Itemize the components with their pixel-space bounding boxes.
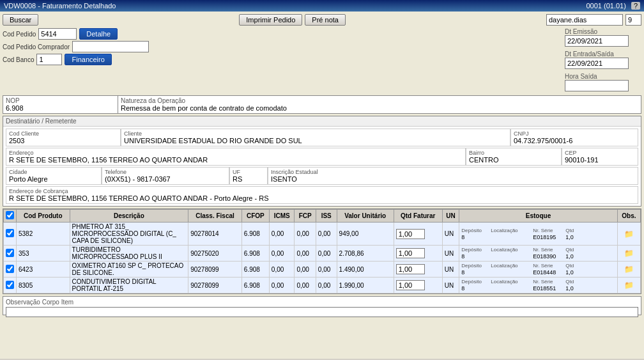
dest-row-2: Endereço R SETE DE SETEMBRO, 1156 TERREO…	[6, 148, 638, 166]
dt-entrada-saida-group: Dt Entrada/Saída	[565, 51, 641, 69]
cell-valor-unitario: 2.708,86	[337, 246, 394, 262]
top-left-panel: Cod Pedido Detalhe Cod Pedido Comprador …	[3, 28, 562, 93]
inscricao-value: ISENTO	[271, 175, 635, 183]
dest-row-3: Cidade Porto Alegre Telefone (0XX51) - 9…	[6, 167, 638, 185]
inscricao-label: Inscrição Estadual	[271, 169, 635, 175]
imprimir-button[interactable]: Imprimir Pedido	[239, 14, 302, 26]
cep-cell: CEP 90010-191	[562, 148, 638, 166]
pre-nota-button[interactable]: Pré nota	[305, 14, 346, 26]
row-checkbox[interactable]	[6, 229, 14, 237]
app-title: VDW0008 - Faturamento Detalhado	[4, 2, 116, 10]
dt-emissao-input[interactable]	[565, 35, 629, 47]
cell-un: UN	[442, 278, 459, 293]
row-checkbox-cell[interactable]	[4, 262, 17, 278]
user-number[interactable]	[625, 14, 641, 26]
obs-folder-icon[interactable]: 📁	[624, 281, 634, 290]
cidade-value: Porto Alegre	[9, 175, 98, 183]
cod-pedido-row: Cod Pedido Detalhe	[3, 28, 562, 40]
hora-saida-input[interactable]	[565, 80, 629, 91]
telefone-value: (0XX51) - 9817-0367	[105, 175, 226, 183]
cell-un: UN	[442, 246, 459, 262]
th-qtd-faturar: Qtd Faturar	[394, 210, 442, 223]
financeiro-button[interactable]: Financeiro	[65, 54, 111, 65]
row-checkbox-cell[interactable]	[4, 246, 17, 262]
th-valor-unitario: Valor Unitário	[337, 210, 394, 223]
cell-icms: 0,00	[269, 278, 295, 293]
cell-qtd-faturar[interactable]	[394, 262, 442, 278]
telefone-label: Telefone	[105, 169, 226, 175]
obs-folder-icon[interactable]: 📁	[624, 265, 634, 274]
detalhe-button[interactable]: Detalhe	[79, 28, 118, 40]
user-field[interactable]	[546, 14, 623, 26]
obs-folder-icon[interactable]: 📁	[624, 230, 634, 239]
th-fcp: FCP	[295, 210, 316, 223]
cell-cfop: 6.908	[241, 246, 269, 262]
title-bar: VDW0008 - Faturamento Detalhado 0001 (01…	[0, 0, 644, 12]
dest-row-4: Endereço de Cobrança R SETE DE SETEMBRO,…	[6, 186, 638, 204]
cell-iss: 0,00	[316, 223, 337, 246]
cell-class-fiscal: 90278099	[188, 262, 242, 278]
th-descricao: Descrição	[70, 210, 188, 223]
select-all-checkbox[interactable]	[6, 211, 14, 219]
cell-cod-produto: 8305	[17, 278, 70, 293]
cell-qtd-faturar[interactable]	[394, 278, 442, 293]
endereco-value: R SETE DE SETEMBRO, 1156 TERREO AO QUART…	[9, 156, 463, 164]
cell-estoque: Depósito Localização Nr. Série Qtd 8 E01…	[459, 262, 617, 278]
table-row: 5382 PHMETRO AT 315_ MICROPROCESSADO DIG…	[4, 223, 641, 246]
help-icon[interactable]: ?	[631, 2, 640, 10]
th-iss: ISS	[316, 210, 337, 223]
cell-obs[interactable]: 📁	[617, 246, 640, 262]
cell-cod-produto: 353	[17, 246, 70, 262]
th-check	[4, 210, 17, 223]
cod-pedido-comprador-row: Cod Pedido Comprador	[3, 41, 562, 52]
cnpj-cell: CNPJ 04.732.975/0001-6	[510, 129, 638, 146]
hop-left: NOP 6.908	[3, 96, 118, 113]
cell-valor-unitario: 1.490,00	[337, 262, 394, 278]
cep-value: 90010-191	[565, 156, 635, 164]
cell-icms: 0,00	[269, 223, 295, 246]
obs-folder-icon[interactable]: 📁	[624, 249, 634, 258]
dest-row-1: Cod Cliente 2503 Cliente UNIVERSIDADE ES…	[6, 129, 638, 146]
cell-fcp: 0,00	[295, 278, 316, 293]
cnpj-value: 04.732.975/0001-6	[514, 137, 635, 145]
obs-input[interactable]	[6, 307, 638, 317]
main-container: Buscar Imprimir Pedido Pré nota Cod Pedi…	[0, 12, 644, 359]
end-cobranca-cell: Endereço de Cobrança R SETE DE SETEMBRO,…	[6, 186, 638, 204]
cod-banco-input[interactable]	[36, 54, 62, 65]
endereco-label: Endereço	[9, 150, 463, 156]
cell-icms: 0,00	[269, 246, 295, 262]
cell-fcp: 0,00	[295, 246, 316, 262]
hop-right: Natureza da Operação Remessa de bem por …	[118, 96, 641, 113]
row-checkbox-cell[interactable]	[4, 278, 17, 293]
cell-obs[interactable]: 📁	[617, 223, 640, 246]
row-checkbox[interactable]	[6, 249, 14, 257]
cidade-cell: Cidade Porto Alegre	[6, 167, 102, 185]
cod-pedido-comprador-input[interactable]	[72, 41, 149, 52]
cell-estoque: Depósito Localização Nr. Série Qtd 8 E01…	[459, 223, 617, 246]
cell-obs[interactable]: 📁	[617, 262, 640, 278]
cliente-label: Cliente	[124, 130, 507, 137]
row-checkbox-cell[interactable]	[4, 223, 17, 246]
cell-qtd-faturar[interactable]	[394, 223, 442, 246]
row-checkbox[interactable]	[6, 265, 14, 273]
cell-un: UN	[442, 223, 459, 246]
cell-valor-unitario: 1.990,00	[337, 278, 394, 293]
cell-descricao: TURBIDIMETRO MICROPROCESSADO PLUS II	[70, 246, 188, 262]
cell-descricao: CONDUTIVIMETRO DIGITAL PORTATIL AT-215	[70, 278, 188, 293]
cell-qtd-faturar[interactable]	[394, 246, 442, 262]
dt-entrada-saida-input[interactable]	[565, 58, 629, 69]
cod-pedido-label: Cod Pedido	[3, 31, 36, 38]
buscar-button[interactable]: Buscar	[3, 14, 38, 26]
cod-pedido-input[interactable]	[38, 28, 77, 40]
hop-value: 6.908	[6, 104, 115, 112]
inscricao-cell: Inscrição Estadual ISENTO	[268, 167, 638, 185]
cod-cliente-label: Cod Cliente	[9, 130, 118, 137]
row-checkbox[interactable]	[6, 281, 14, 289]
cell-valor-unitario: 949,00	[337, 223, 394, 246]
cell-cod-produto: 5382	[17, 223, 70, 246]
dt-entrada-saida-label: Dt Entrada/Saída	[565, 51, 641, 58]
cell-obs[interactable]: 📁	[617, 278, 640, 293]
table-row: 353 TURBIDIMETRO MICROPROCESSADO PLUS II…	[4, 246, 641, 262]
end-cobranca-label: Endereço de Cobrança	[9, 188, 635, 194]
telefone-cell: Telefone (0XX51) - 9817-0367	[102, 167, 229, 185]
